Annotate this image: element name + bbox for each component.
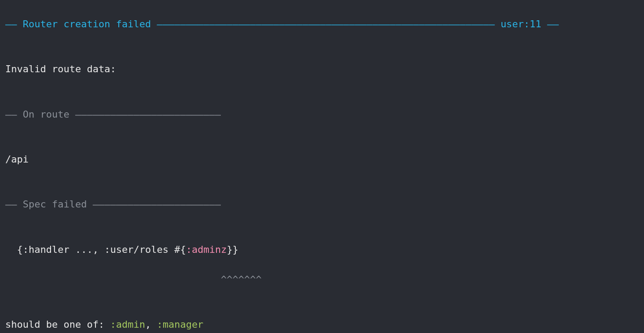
header-title: Router creation failed bbox=[23, 18, 151, 30]
keyword-manager: :manager bbox=[157, 319, 203, 330]
spec-failed-label: Spec failed bbox=[23, 199, 87, 210]
keyword-adminz: :adminz bbox=[186, 244, 227, 255]
caret-marks: ^^^^^^^ bbox=[221, 274, 262, 285]
error-header-line: —— Router creation failed ——————————————… bbox=[5, 17, 639, 32]
on-route-label: On route bbox=[23, 109, 70, 120]
spec-failed-heading: —— Spec failed —————————————————————— bbox=[5, 197, 639, 212]
invalid-route-data: Invalid route data: bbox=[5, 62, 639, 77]
route-path: /api bbox=[5, 152, 639, 167]
should-be-line: should be one of: :admin, :manager bbox=[5, 317, 639, 332]
spec-map-line: {:handler ..., :user/roles #{:adminz}} bbox=[5, 242, 639, 257]
header-dash-right: —— bbox=[547, 18, 559, 30]
keyword-handler: :handler bbox=[23, 244, 70, 255]
keyword-admin: :admin bbox=[110, 319, 145, 330]
caret-underline: ^^^^^^^ bbox=[5, 272, 639, 287]
header-dash-mid: ————————————————————————————————————————… bbox=[157, 18, 494, 30]
terminal-output: —— Router creation failed ——————————————… bbox=[0, 0, 644, 333]
header-location: user:11 bbox=[501, 18, 542, 30]
on-route-heading: —— On route ————————————————————————— bbox=[5, 107, 639, 122]
keyword-user-roles: :user/roles bbox=[104, 244, 168, 255]
header-dash-left: —— bbox=[5, 18, 17, 30]
